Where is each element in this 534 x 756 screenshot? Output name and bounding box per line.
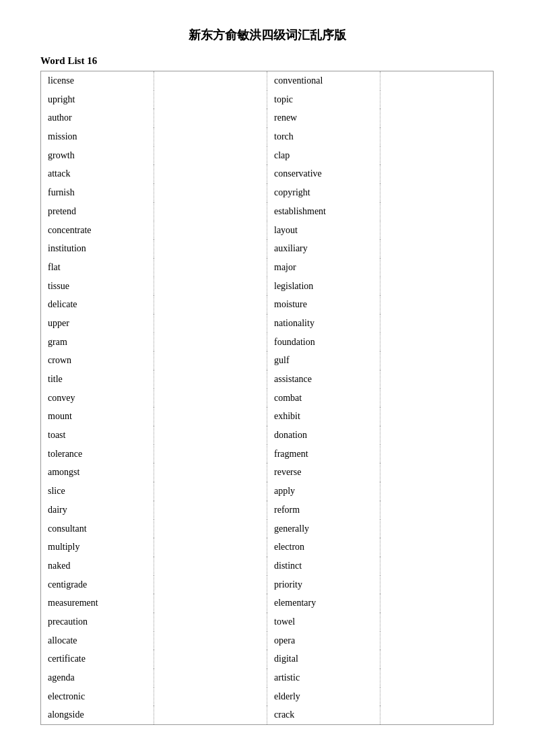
list-item: tolerance: [41, 445, 154, 464]
list-item-empty2: [380, 482, 494, 501]
list-item-empty1: [154, 202, 267, 221]
list-item-empty1: [154, 221, 267, 240]
list-item: attack: [41, 164, 154, 183]
list-item: nationality: [267, 314, 380, 333]
list-item-empty1: [154, 575, 267, 594]
list-item-empty2: [380, 407, 494, 426]
list-item: apply: [267, 482, 380, 501]
list-item: conservative: [267, 164, 380, 183]
list-item: allocate: [41, 631, 154, 650]
list-item: reverse: [267, 463, 380, 482]
list-item-empty2: [380, 668, 494, 687]
list-item-empty1: [154, 370, 267, 389]
list-item-empty1: [154, 295, 267, 314]
list-item: opera: [267, 631, 380, 650]
list-item-empty2: [380, 389, 494, 408]
list-item: elementary: [267, 594, 380, 612]
list-item-empty2: [380, 370, 494, 389]
list-item: pretend: [41, 202, 154, 221]
list-item: towel: [267, 612, 380, 631]
list-item-empty2: [380, 71, 494, 90]
list-item: distinct: [267, 557, 380, 575]
list-item-empty2: [380, 314, 494, 333]
list-item: gram: [41, 333, 154, 352]
list-item-empty1: [154, 519, 267, 538]
list-item: convey: [41, 389, 154, 408]
list-item-empty1: [154, 612, 267, 631]
list-item: torch: [267, 127, 380, 146]
page-title: 新东方俞敏洪四级词汇乱序版: [40, 27, 494, 43]
list-item-empty1: [154, 314, 267, 333]
list-item-empty2: [380, 90, 494, 109]
list-item-empty1: [154, 90, 267, 109]
list-item: dairy: [41, 501, 154, 519]
list-item: upper: [41, 314, 154, 333]
list-item: title: [41, 370, 154, 389]
list-item-empty1: [154, 482, 267, 501]
list-item-empty2: [380, 351, 494, 370]
list-item: gulf: [267, 351, 380, 370]
list-item-empty2: [380, 575, 494, 594]
list-item-empty1: [154, 463, 267, 482]
list-item: concentrate: [41, 221, 154, 240]
list-item-empty2: [380, 127, 494, 146]
list-item-empty2: [380, 295, 494, 314]
list-item: renew: [267, 108, 380, 127]
list-item: measurement: [41, 594, 154, 612]
list-item: clap: [267, 146, 380, 165]
list-item: exhibit: [267, 407, 380, 426]
list-item-empty2: [380, 202, 494, 221]
list-item-empty2: [380, 108, 494, 127]
list-item: major: [267, 258, 380, 277]
list-item: donation: [267, 426, 380, 445]
list-item: auxiliary: [267, 239, 380, 258]
list-item-empty2: [380, 594, 494, 612]
list-item: multiply: [41, 538, 154, 557]
list-item-empty1: [154, 389, 267, 408]
list-item: precaution: [41, 612, 154, 631]
list-item: author: [41, 108, 154, 127]
list-item-empty2: [380, 445, 494, 464]
list-item-empty1: [154, 146, 267, 165]
list-item-empty2: [380, 333, 494, 352]
list-item: certificate: [41, 650, 154, 668]
list-item: license: [41, 71, 154, 90]
list-item: institution: [41, 239, 154, 258]
list-item: furnish: [41, 183, 154, 202]
list-item-empty1: [154, 668, 267, 687]
list-item-empty2: [380, 146, 494, 165]
list-item: elderly: [267, 687, 380, 706]
list-item-empty1: [154, 183, 267, 202]
list-item-empty1: [154, 71, 267, 90]
list-item: crown: [41, 351, 154, 370]
list-item: growth: [41, 146, 154, 165]
list-item-empty2: [380, 221, 494, 240]
list-item-empty2: [380, 501, 494, 519]
list-item: foundation: [267, 333, 380, 352]
list-item-empty1: [154, 407, 267, 426]
list-item-empty2: [380, 239, 494, 258]
list-item: consultant: [41, 519, 154, 538]
list-item-empty1: [154, 631, 267, 650]
list-item-empty1: [154, 333, 267, 352]
list-item-empty2: [380, 538, 494, 557]
list-item: layout: [267, 221, 380, 240]
list-item: agenda: [41, 668, 154, 687]
list-item-empty2: [380, 557, 494, 575]
list-item-empty2: [380, 426, 494, 445]
list-item: copyright: [267, 183, 380, 202]
list-item-empty1: [154, 650, 267, 668]
list-item-empty2: [380, 705, 494, 724]
list-item: artistic: [267, 668, 380, 687]
list-item: electron: [267, 538, 380, 557]
list-item-empty1: [154, 164, 267, 183]
list-item-empty2: [380, 463, 494, 482]
list-item: fragment: [267, 445, 380, 464]
list-item-empty2: [380, 631, 494, 650]
word-list-heading: Word List 16: [40, 55, 494, 67]
list-item: mount: [41, 407, 154, 426]
list-item-empty2: [380, 164, 494, 183]
list-item-empty1: [154, 557, 267, 575]
list-item: establishment: [267, 202, 380, 221]
list-item-empty1: [154, 501, 267, 519]
